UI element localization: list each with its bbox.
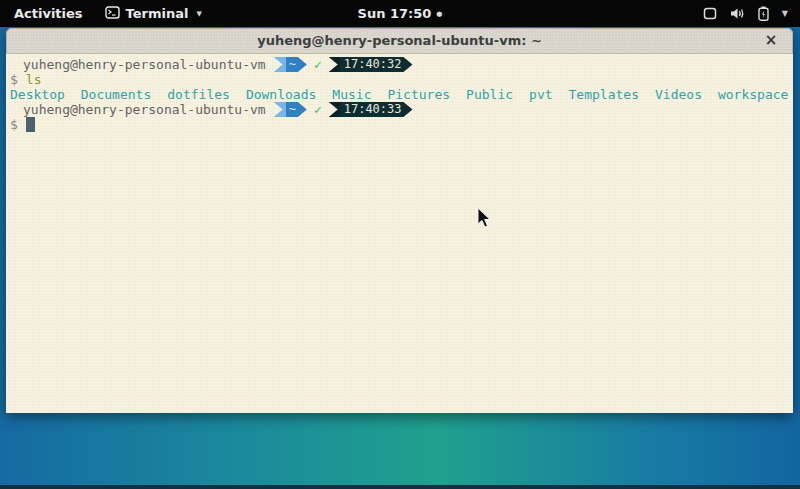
- volume-icon: [730, 7, 745, 20]
- clock-button[interactable]: Sun 17:50 ●: [358, 6, 443, 21]
- window-titlebar[interactable]: yuheng@henry-personal-ubuntu-vm: ~ ×: [6, 28, 793, 54]
- topbar-left: Activities Terminal ▼: [0, 0, 210, 27]
- window-title: yuheng@henry-personal-ubuntu-vm: ~: [257, 33, 542, 48]
- directory-name: Videos: [655, 87, 702, 102]
- prompt-user: yuheng@henry-personal-ubuntu-vm: [23, 57, 266, 72]
- prompt-path-segment: ~: [274, 102, 307, 117]
- directory-name: Music: [332, 87, 371, 102]
- input-line: $: [10, 117, 793, 132]
- screen-icon: [703, 7, 717, 20]
- terminal-content[interactable]: yuheng@henry-personal-ubuntu-vm ~ ✓ 17:4…: [6, 54, 793, 413]
- directory-name: workspace: [718, 87, 788, 102]
- notification-dot-icon: ●: [436, 10, 442, 18]
- system-menu[interactable]: ▼: [691, 0, 800, 27]
- close-icon[interactable]: ×: [760, 29, 782, 53]
- prompt-line: yuheng@henry-personal-ubuntu-vm ~ ✓ 17:4…: [10, 102, 793, 117]
- app-menu-label: Terminal: [126, 6, 189, 21]
- command-text: ls: [26, 72, 42, 87]
- command-line: $ ls: [10, 72, 793, 87]
- ls-output-line: DesktopDocumentsdotfilesDownloadsMusicPi…: [10, 87, 793, 102]
- directory-name: Documents: [81, 87, 151, 102]
- directory-name: Pictures: [387, 87, 450, 102]
- chevron-down-icon: ▼: [196, 10, 201, 18]
- clock-label: Sun 17:50: [358, 6, 432, 21]
- battery-charging-icon: [758, 6, 769, 21]
- desktop-background[interactable]: yuheng@henry-personal-ubuntu-vm: ~ × yuh…: [0, 27, 800, 489]
- directory-name: Templates: [569, 87, 639, 102]
- terminal-window: yuheng@henry-personal-ubuntu-vm: ~ × yuh…: [6, 28, 793, 413]
- prompt-line: yuheng@henry-personal-ubuntu-vm ~ ✓ 17:4…: [10, 57, 793, 72]
- prompt-symbol: $: [10, 72, 18, 87]
- desktop-bottom-edge: [0, 485, 800, 489]
- directory-name: dotfiles: [167, 87, 230, 102]
- text-cursor: [26, 117, 35, 132]
- prompt-time-segment: 17:40:32: [329, 57, 413, 72]
- directory-name: Public: [466, 87, 513, 102]
- prompt-symbol: $: [10, 117, 18, 132]
- directory-name: pvt: [529, 87, 552, 102]
- check-icon: ✓: [314, 102, 322, 117]
- prompt-time-segment: 17:40:33: [329, 102, 413, 117]
- directory-name: Desktop: [10, 87, 65, 102]
- top-bar: Activities Terminal ▼ Sun 17:50 ●: [0, 0, 800, 27]
- terminal-icon: [105, 6, 120, 22]
- prompt-user: yuheng@henry-personal-ubuntu-vm: [23, 102, 266, 117]
- prompt-path-segment: ~: [274, 57, 307, 72]
- directory-name: Downloads: [246, 87, 316, 102]
- activities-button[interactable]: Activities: [0, 0, 97, 27]
- check-icon: ✓: [314, 57, 322, 72]
- app-menu[interactable]: Terminal ▼: [97, 0, 210, 27]
- chevron-down-icon: ▼: [782, 9, 788, 18]
